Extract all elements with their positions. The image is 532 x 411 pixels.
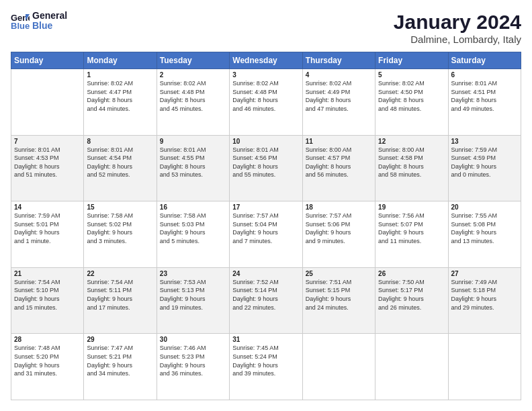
- day-number: 17: [232, 203, 299, 211]
- header: General Blue General Blue January 2024 D…: [11, 11, 521, 45]
- day-number: 14: [14, 203, 81, 211]
- calendar-cell: 20Sunrise: 7:55 AM Sunset: 5:08 PM Dayli…: [448, 201, 521, 268]
- col-tuesday: Tuesday: [157, 52, 229, 69]
- day-info: Sunrise: 7:54 AM Sunset: 5:11 PM Dayligh…: [87, 278, 153, 312]
- day-info: Sunrise: 7:49 AM Sunset: 5:18 PM Dayligh…: [451, 278, 518, 312]
- day-info: Sunrise: 7:46 AM Sunset: 5:23 PM Dayligh…: [160, 344, 226, 377]
- day-info: Sunrise: 8:01 AM Sunset: 4:51 PM Dayligh…: [451, 79, 518, 113]
- logo-icon: General Blue: [11, 11, 30, 30]
- calendar-cell: [11, 69, 84, 136]
- calendar-week-row: 14Sunrise: 7:59 AM Sunset: 5:01 PM Dayli…: [11, 201, 521, 268]
- day-number: 22: [87, 270, 153, 277]
- calendar-cell: 28Sunrise: 7:48 AM Sunset: 5:20 PM Dayli…: [11, 334, 84, 400]
- day-info: Sunrise: 8:02 AM Sunset: 4:48 PM Dayligh…: [160, 79, 226, 113]
- col-friday: Friday: [375, 52, 448, 69]
- col-thursday: Thursday: [302, 52, 375, 69]
- day-info: Sunrise: 7:50 AM Sunset: 5:17 PM Dayligh…: [378, 278, 445, 312]
- logo: General Blue General Blue: [11, 11, 67, 32]
- day-number: 29: [87, 336, 153, 343]
- calendar-cell: 25Sunrise: 7:51 AM Sunset: 5:15 PM Dayli…: [302, 267, 375, 334]
- col-wednesday: Wednesday: [230, 52, 302, 69]
- calendar-cell: 12Sunrise: 8:00 AM Sunset: 4:58 PM Dayli…: [375, 135, 448, 201]
- title-block: January 2024 Dalmine, Lombardy, Italy: [394, 11, 521, 45]
- day-info: Sunrise: 7:58 AM Sunset: 5:03 PM Dayligh…: [160, 212, 226, 245]
- day-number: 16: [160, 203, 226, 211]
- day-info: Sunrise: 7:55 AM Sunset: 5:08 PM Dayligh…: [451, 212, 518, 245]
- col-monday: Monday: [84, 52, 157, 69]
- calendar-cell: 14Sunrise: 7:59 AM Sunset: 5:01 PM Dayli…: [11, 201, 84, 268]
- logo-text: General Blue: [32, 11, 67, 32]
- calendar-cell: 15Sunrise: 7:58 AM Sunset: 5:02 PM Dayli…: [84, 201, 157, 268]
- day-number: 5: [378, 71, 445, 79]
- day-info: Sunrise: 7:53 AM Sunset: 5:13 PM Dayligh…: [160, 278, 226, 312]
- day-number: 30: [160, 336, 226, 343]
- day-info: Sunrise: 8:01 AM Sunset: 4:54 PM Dayligh…: [87, 146, 153, 179]
- day-info: Sunrise: 7:58 AM Sunset: 5:02 PM Dayligh…: [87, 212, 153, 245]
- day-number: 24: [232, 270, 299, 277]
- day-info: Sunrise: 8:02 AM Sunset: 4:50 PM Dayligh…: [378, 79, 445, 113]
- calendar-cell: 26Sunrise: 7:50 AM Sunset: 5:17 PM Dayli…: [375, 267, 448, 334]
- col-sunday: Sunday: [11, 52, 84, 69]
- day-number: 25: [306, 270, 372, 277]
- day-number: 12: [378, 138, 445, 145]
- calendar-cell: 3Sunrise: 8:02 AM Sunset: 4:48 PM Daylig…: [230, 69, 302, 136]
- calendar-week-row: 28Sunrise: 7:48 AM Sunset: 5:20 PM Dayli…: [11, 334, 521, 400]
- calendar-cell: 29Sunrise: 7:47 AM Sunset: 5:21 PM Dayli…: [84, 334, 157, 400]
- day-info: Sunrise: 8:01 AM Sunset: 4:56 PM Dayligh…: [232, 146, 299, 179]
- day-number: 8: [87, 138, 153, 145]
- day-number: 15: [87, 203, 153, 211]
- day-number: 13: [451, 138, 518, 145]
- day-number: 1: [87, 71, 153, 79]
- calendar-table: Sunday Monday Tuesday Wednesday Thursday…: [11, 52, 521, 400]
- day-info: Sunrise: 7:47 AM Sunset: 5:21 PM Dayligh…: [87, 344, 153, 377]
- day-number: 11: [306, 138, 372, 145]
- day-number: 27: [451, 270, 518, 277]
- day-info: Sunrise: 8:00 AM Sunset: 4:57 PM Dayligh…: [306, 146, 372, 179]
- day-info: Sunrise: 8:02 AM Sunset: 4:47 PM Dayligh…: [87, 79, 153, 113]
- calendar-cell: 18Sunrise: 7:57 AM Sunset: 5:06 PM Dayli…: [302, 201, 375, 268]
- day-info: Sunrise: 7:54 AM Sunset: 5:10 PM Dayligh…: [14, 278, 81, 312]
- day-info: Sunrise: 7:52 AM Sunset: 5:14 PM Dayligh…: [232, 278, 299, 312]
- day-info: Sunrise: 8:02 AM Sunset: 4:48 PM Dayligh…: [232, 79, 299, 113]
- day-info: Sunrise: 7:59 AM Sunset: 4:59 PM Dayligh…: [451, 146, 518, 179]
- calendar-cell: 2Sunrise: 8:02 AM Sunset: 4:48 PM Daylig…: [157, 69, 229, 136]
- col-saturday: Saturday: [448, 52, 521, 69]
- day-info: Sunrise: 7:48 AM Sunset: 5:20 PM Dayligh…: [14, 344, 81, 377]
- calendar-cell: 31Sunrise: 7:45 AM Sunset: 5:24 PM Dayli…: [230, 334, 302, 400]
- calendar-cell: [302, 334, 375, 400]
- calendar-week-row: 1Sunrise: 8:02 AM Sunset: 4:47 PM Daylig…: [11, 69, 521, 136]
- subtitle: Dalmine, Lombardy, Italy: [394, 34, 521, 45]
- svg-text:Blue: Blue: [11, 21, 30, 30]
- day-number: 21: [14, 270, 81, 277]
- calendar-week-row: 21Sunrise: 7:54 AM Sunset: 5:10 PM Dayli…: [11, 267, 521, 334]
- calendar-cell: 21Sunrise: 7:54 AM Sunset: 5:10 PM Dayli…: [11, 267, 84, 334]
- day-info: Sunrise: 8:01 AM Sunset: 4:55 PM Dayligh…: [160, 146, 226, 179]
- day-number: 2: [160, 71, 226, 79]
- calendar-cell: 17Sunrise: 7:57 AM Sunset: 5:04 PM Dayli…: [230, 201, 302, 268]
- day-number: 26: [378, 270, 445, 277]
- calendar-cell: 8Sunrise: 8:01 AM Sunset: 4:54 PM Daylig…: [84, 135, 157, 201]
- main-title: January 2024: [394, 11, 521, 34]
- calendar-cell: 22Sunrise: 7:54 AM Sunset: 5:11 PM Dayli…: [84, 267, 157, 334]
- calendar-cell: [448, 334, 521, 400]
- day-info: Sunrise: 7:57 AM Sunset: 5:06 PM Dayligh…: [306, 212, 372, 245]
- calendar-cell: 4Sunrise: 8:02 AM Sunset: 4:49 PM Daylig…: [302, 69, 375, 136]
- day-info: Sunrise: 8:00 AM Sunset: 4:58 PM Dayligh…: [378, 146, 445, 179]
- calendar-cell: 6Sunrise: 8:01 AM Sunset: 4:51 PM Daylig…: [448, 69, 521, 136]
- day-info: Sunrise: 7:56 AM Sunset: 5:07 PM Dayligh…: [378, 212, 445, 245]
- calendar-cell: 10Sunrise: 8:01 AM Sunset: 4:56 PM Dayli…: [230, 135, 302, 201]
- day-number: 3: [232, 71, 299, 79]
- calendar-cell: 5Sunrise: 8:02 AM Sunset: 4:50 PM Daylig…: [375, 69, 448, 136]
- day-number: 10: [232, 138, 299, 145]
- calendar-cell: [375, 334, 448, 400]
- calendar-cell: 30Sunrise: 7:46 AM Sunset: 5:23 PM Dayli…: [157, 334, 229, 400]
- day-info: Sunrise: 8:02 AM Sunset: 4:49 PM Dayligh…: [306, 79, 372, 113]
- calendar-cell: 7Sunrise: 8:01 AM Sunset: 4:53 PM Daylig…: [11, 135, 84, 201]
- day-number: 18: [306, 203, 372, 211]
- day-number: 4: [306, 71, 372, 79]
- calendar-header-row: Sunday Monday Tuesday Wednesday Thursday…: [11, 52, 521, 69]
- day-number: 28: [14, 336, 81, 343]
- day-info: Sunrise: 7:57 AM Sunset: 5:04 PM Dayligh…: [232, 212, 299, 245]
- day-number: 9: [160, 138, 226, 145]
- calendar-cell: 1Sunrise: 8:02 AM Sunset: 4:47 PM Daylig…: [84, 69, 157, 136]
